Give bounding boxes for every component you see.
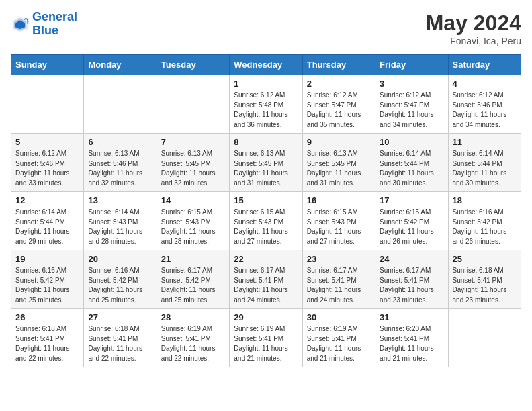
day-info: Sunrise: 6:13 AMSunset: 5:45 PMDaylight:… bbox=[234, 149, 298, 188]
day-number: 13 bbox=[88, 195, 152, 205]
day-number: 26 bbox=[15, 312, 79, 322]
calendar-week-row: 12Sunrise: 6:14 AMSunset: 5:44 PMDayligh… bbox=[11, 192, 521, 250]
calendar-cell: 24Sunrise: 6:17 AMSunset: 5:41 PMDayligh… bbox=[375, 250, 448, 309]
calendar-table: SundayMondayTuesdayWednesdayThursdayFrid… bbox=[11, 54, 521, 367]
day-number: 17 bbox=[380, 195, 443, 205]
day-number: 9 bbox=[307, 137, 371, 147]
weekday-header-sunday: Sunday bbox=[11, 55, 84, 75]
calendar-cell: 4Sunrise: 6:12 AMSunset: 5:46 PMDaylight… bbox=[448, 75, 521, 134]
day-number: 2 bbox=[307, 79, 371, 89]
calendar-cell: 10Sunrise: 6:14 AMSunset: 5:44 PMDayligh… bbox=[375, 134, 448, 192]
day-number: 7 bbox=[161, 137, 225, 147]
day-info: Sunrise: 6:16 AMSunset: 5:42 PMDaylight:… bbox=[15, 266, 79, 305]
day-info: Sunrise: 6:14 AMSunset: 5:44 PMDaylight:… bbox=[380, 149, 443, 188]
calendar-cell bbox=[448, 309, 521, 367]
month-title: May 2024 bbox=[426, 11, 521, 36]
location-title: Fonavi, Ica, Peru bbox=[426, 36, 521, 46]
day-info: Sunrise: 6:17 AMSunset: 5:41 PMDaylight:… bbox=[307, 266, 371, 305]
calendar-cell: 6Sunrise: 6:13 AMSunset: 5:46 PMDaylight… bbox=[84, 134, 157, 192]
day-number: 24 bbox=[380, 254, 443, 264]
weekday-header-friday: Friday bbox=[375, 55, 448, 75]
logo-blue: Blue bbox=[32, 24, 58, 37]
day-info: Sunrise: 6:16 AMSunset: 5:42 PMDaylight:… bbox=[88, 266, 152, 305]
logo-general: General bbox=[32, 10, 77, 24]
day-info: Sunrise: 6:20 AMSunset: 5:41 PMDaylight:… bbox=[380, 324, 443, 363]
day-number: 22 bbox=[234, 254, 298, 264]
calendar-cell: 2Sunrise: 6:12 AMSunset: 5:47 PMDaylight… bbox=[302, 75, 375, 134]
calendar-cell: 5Sunrise: 6:12 AMSunset: 5:46 PMDaylight… bbox=[11, 134, 84, 192]
day-info: Sunrise: 6:12 AMSunset: 5:47 PMDaylight:… bbox=[380, 91, 443, 130]
day-info: Sunrise: 6:18 AMSunset: 5:41 PMDaylight:… bbox=[453, 266, 517, 305]
day-info: Sunrise: 6:15 AMSunset: 5:42 PMDaylight:… bbox=[380, 208, 443, 246]
calendar-cell: 13Sunrise: 6:14 AMSunset: 5:43 PMDayligh… bbox=[84, 192, 157, 250]
calendar-cell: 8Sunrise: 6:13 AMSunset: 5:45 PMDaylight… bbox=[230, 134, 302, 192]
day-number: 5 bbox=[15, 137, 79, 147]
day-number: 23 bbox=[307, 254, 371, 264]
day-info: Sunrise: 6:18 AMSunset: 5:41 PMDaylight:… bbox=[15, 324, 79, 363]
day-info: Sunrise: 6:19 AMSunset: 5:41 PMDaylight:… bbox=[234, 324, 298, 363]
weekday-header-tuesday: Tuesday bbox=[157, 55, 229, 75]
calendar-cell bbox=[11, 75, 84, 134]
day-number: 15 bbox=[234, 195, 298, 205]
logo-icon bbox=[11, 15, 30, 34]
day-info: Sunrise: 6:17 AMSunset: 5:42 PMDaylight:… bbox=[161, 266, 225, 305]
calendar-cell: 29Sunrise: 6:19 AMSunset: 5:41 PMDayligh… bbox=[230, 309, 302, 367]
day-number: 12 bbox=[15, 195, 79, 205]
day-number: 4 bbox=[453, 79, 517, 89]
calendar-cell: 7Sunrise: 6:13 AMSunset: 5:45 PMDaylight… bbox=[157, 134, 229, 192]
day-info: Sunrise: 6:13 AMSunset: 5:45 PMDaylight:… bbox=[307, 149, 371, 188]
calendar-cell: 18Sunrise: 6:16 AMSunset: 5:42 PMDayligh… bbox=[448, 192, 521, 250]
calendar-cell: 9Sunrise: 6:13 AMSunset: 5:45 PMDaylight… bbox=[302, 134, 375, 192]
weekday-header-monday: Monday bbox=[84, 55, 157, 75]
calendar-cell: 28Sunrise: 6:19 AMSunset: 5:41 PMDayligh… bbox=[157, 309, 229, 367]
day-info: Sunrise: 6:19 AMSunset: 5:41 PMDaylight:… bbox=[161, 324, 225, 363]
day-number: 16 bbox=[307, 195, 371, 205]
day-number: 19 bbox=[15, 254, 79, 264]
calendar-cell: 31Sunrise: 6:20 AMSunset: 5:41 PMDayligh… bbox=[375, 309, 448, 367]
day-info: Sunrise: 6:12 AMSunset: 5:47 PMDaylight:… bbox=[307, 91, 371, 130]
calendar-cell: 3Sunrise: 6:12 AMSunset: 5:47 PMDaylight… bbox=[375, 75, 448, 134]
day-info: Sunrise: 6:13 AMSunset: 5:46 PMDaylight:… bbox=[88, 149, 152, 188]
day-info: Sunrise: 6:12 AMSunset: 5:46 PMDaylight:… bbox=[15, 149, 79, 188]
calendar-week-row: 5Sunrise: 6:12 AMSunset: 5:46 PMDaylight… bbox=[11, 134, 521, 192]
day-number: 11 bbox=[453, 137, 517, 147]
calendar-cell: 25Sunrise: 6:18 AMSunset: 5:41 PMDayligh… bbox=[448, 250, 521, 309]
day-info: Sunrise: 6:12 AMSunset: 5:48 PMDaylight:… bbox=[234, 91, 298, 130]
calendar-cell: 26Sunrise: 6:18 AMSunset: 5:41 PMDayligh… bbox=[11, 309, 84, 367]
day-info: Sunrise: 6:15 AMSunset: 5:43 PMDaylight:… bbox=[234, 208, 298, 246]
day-info: Sunrise: 6:14 AMSunset: 5:43 PMDaylight:… bbox=[88, 208, 152, 246]
calendar-cell: 1Sunrise: 6:12 AMSunset: 5:48 PMDaylight… bbox=[230, 75, 302, 134]
day-number: 25 bbox=[453, 254, 517, 264]
day-number: 29 bbox=[234, 312, 298, 322]
calendar-week-row: 19Sunrise: 6:16 AMSunset: 5:42 PMDayligh… bbox=[11, 250, 521, 309]
day-info: Sunrise: 6:14 AMSunset: 5:44 PMDaylight:… bbox=[15, 208, 79, 246]
day-number: 21 bbox=[161, 254, 225, 264]
calendar-week-row: 26Sunrise: 6:18 AMSunset: 5:41 PMDayligh… bbox=[11, 309, 521, 367]
day-number: 28 bbox=[161, 312, 225, 322]
weekday-header-row: SundayMondayTuesdayWednesdayThursdayFrid… bbox=[11, 55, 521, 75]
day-number: 6 bbox=[88, 137, 152, 147]
day-number: 20 bbox=[88, 254, 152, 264]
weekday-header-wednesday: Wednesday bbox=[230, 55, 302, 75]
title-block: May 2024 Fonavi, Ica, Peru bbox=[426, 11, 521, 46]
calendar-cell: 14Sunrise: 6:15 AMSunset: 5:43 PMDayligh… bbox=[157, 192, 229, 250]
day-info: Sunrise: 6:15 AMSunset: 5:43 PMDaylight:… bbox=[307, 208, 371, 246]
day-info: Sunrise: 6:14 AMSunset: 5:44 PMDaylight:… bbox=[453, 149, 517, 188]
day-number: 14 bbox=[161, 195, 225, 205]
calendar-cell: 17Sunrise: 6:15 AMSunset: 5:42 PMDayligh… bbox=[375, 192, 448, 250]
day-info: Sunrise: 6:19 AMSunset: 5:41 PMDaylight:… bbox=[307, 324, 371, 363]
logo: General Blue bbox=[11, 11, 77, 38]
day-info: Sunrise: 6:17 AMSunset: 5:41 PMDaylight:… bbox=[234, 266, 298, 305]
page-header: General Blue May 2024 Fonavi, Ica, Peru bbox=[11, 11, 521, 46]
day-info: Sunrise: 6:18 AMSunset: 5:41 PMDaylight:… bbox=[88, 324, 152, 363]
day-number: 30 bbox=[307, 312, 371, 322]
day-info: Sunrise: 6:17 AMSunset: 5:41 PMDaylight:… bbox=[380, 266, 443, 305]
day-number: 1 bbox=[234, 79, 298, 89]
calendar-cell: 22Sunrise: 6:17 AMSunset: 5:41 PMDayligh… bbox=[230, 250, 302, 309]
day-info: Sunrise: 6:13 AMSunset: 5:45 PMDaylight:… bbox=[161, 149, 225, 188]
calendar-cell: 11Sunrise: 6:14 AMSunset: 5:44 PMDayligh… bbox=[448, 134, 521, 192]
calendar-cell: 16Sunrise: 6:15 AMSunset: 5:43 PMDayligh… bbox=[302, 192, 375, 250]
calendar-cell: 15Sunrise: 6:15 AMSunset: 5:43 PMDayligh… bbox=[230, 192, 302, 250]
day-number: 31 bbox=[380, 312, 443, 322]
day-number: 27 bbox=[88, 312, 152, 322]
